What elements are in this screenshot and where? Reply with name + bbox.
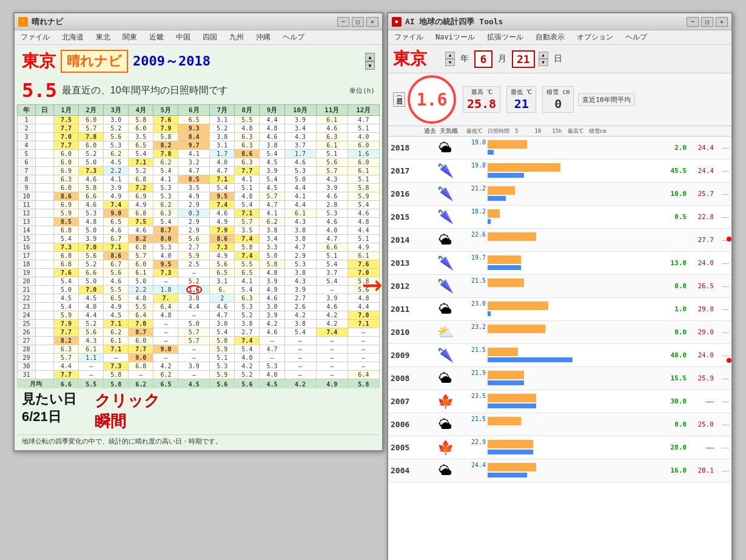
year-value[interactable]: 6 [474,50,492,68]
td-r4-c4: 7.8 [153,150,178,158]
td-r27-c11: — [348,345,379,354]
right-menu-options[interactable]: オプション [574,32,616,43]
td-r10-c5: 2.9 [178,201,210,209]
chart-year-2018: 2018 [391,143,424,152]
td-day-8: 8 [18,175,36,184]
td-r19-c8: 3.9 [260,277,284,286]
chart-weather-col-header: 過去 天気概 [424,127,466,135]
td-r25-c9: 5.4 [284,328,316,337]
chart-row-2012[interactable]: 2012🌂21.50.026.5—— [388,275,731,298]
day-month-value[interactable]: 21 [512,50,535,68]
td-r26-c2: 6.1 [104,337,129,345]
td-r4-c3: 5.4 [129,150,153,158]
right-menu-ext[interactable]: 拡張ツール [485,32,526,43]
left-menu-shikoku[interactable]: 四国 [200,32,220,43]
chart-row-2018[interactable]: 2018🌥19.02.024.4—— [388,137,731,160]
td-r18-c2: 5.6 [104,269,129,277]
td-r21-c3: 4.8 [129,294,153,303]
chart-row-2016[interactable]: 2016🌂21.210.025.7—— [388,183,731,206]
chart-row-2008[interactable]: 2008🌥21.915.525.9—— [388,367,731,390]
chart-row-2017[interactable]: 2017🌂19.845.524.4—— [388,160,731,183]
td-r7-c4: 4.1 [153,175,178,184]
td-r25-c10: 7.4 [316,328,348,337]
chart-row-2015[interactable]: 2015🌂18.20.522.8—— [388,206,731,229]
right-menu-file[interactable]: ファイル [392,32,426,43]
chart-row-2007[interactable]: 2007🍁23.530.0———— [388,390,731,413]
right-menu-auto[interactable]: 自動表示 [533,32,567,43]
chart-row-2005[interactable]: 2005🍁22.928.0———— [388,436,731,459]
year-spin-arrows[interactable]: ▲ ▼ [445,52,455,66]
td-r17-c9: 5.3 [284,260,316,269]
max-temp-val-2013: 24.0 [687,259,714,267]
min-temp-2012: 21.5 [466,277,486,284]
transition-arrow: → [362,267,382,300]
red-dot-2 [727,358,731,363]
year-up-btn[interactable]: ▲ [445,52,455,59]
left-header-row: 東京 晴れナビ 2009～2018 ▲ ▼ [17,47,380,75]
td-r19-c0: 5.4 [54,277,79,286]
sunshine-val-2011: 1.0 [659,305,687,313]
td-r23-c7: 5.2 [235,311,260,320]
td-r20-c8: 4.9 [260,286,284,294]
left-menu-kyushu[interactable]: 九州 [227,32,246,43]
td-r3-c4: 8.2 [153,141,178,150]
chart-row-2006[interactable]: 2006🌥21.50.025.0—— [388,413,731,436]
td-r28-c3: 9.0 [129,354,153,362]
right-menu-navi[interactable]: Naviツール [433,32,477,43]
left-menu-file[interactable]: ファイル [18,32,52,43]
td-r25-c3: 8.7 [129,328,153,337]
left-menu-kinki[interactable]: 近畿 [147,32,166,43]
day-down-btn[interactable]: ▼ [539,59,548,66]
left-menu-kanto[interactable]: 関東 [120,32,139,43]
td-r21-c9: 2.7 [284,294,316,303]
left-scroll-up[interactable]: ▲ [365,53,375,61]
td-day-7: 7 [18,167,36,175]
left-menu-help[interactable]: ヘルプ [280,32,307,43]
left-maximize-btn[interactable]: □ [352,17,364,27]
bar-orange-2012 [488,278,524,287]
td-r15-c10: 6.6 [316,243,348,252]
left-menu-tohoku[interactable]: 東北 [93,32,113,43]
day-up-btn[interactable]: ▲ [539,52,548,59]
left-scroll-down[interactable]: ▼ [365,61,375,70]
left-minimize-btn[interactable]: ─ [337,17,349,27]
td-r13-c10: 4.0 [316,226,348,235]
max-temp-val-2014: 27.7 [687,236,714,244]
chart-row-2013[interactable]: 2013🌂19.713.024.0—— [388,252,731,275]
td-r14-c8: 3.4 [260,235,284,243]
chart-row-2004[interactable]: 2004🌥24.416.028.1—— [388,459,731,482]
left-menu-chugoku[interactable]: 中国 [173,32,193,43]
chart-row-2010[interactable]: 2010⛅23.20.029.0—— [388,321,731,344]
td-r27-c7: 5.4 [235,345,260,354]
td-r30-c4: 6.2 [153,371,178,379]
min-temp-2005: 22.9 [466,439,486,445]
year-down-btn[interactable]: ▼ [445,59,455,66]
chart-row-2009[interactable]: 2009🌂21.548.024.0—— [388,344,731,367]
bar-blue-2018 [488,150,494,155]
td-r28-c5: — [178,354,210,362]
chart-row-2011[interactable]: 2011🌥23.01.029.8—— [388,298,731,321]
right-close-btn[interactable]: × [716,17,728,27]
td-r1-c11: 5.1 [348,124,379,133]
td-r13-c8: 3.8 [260,226,284,235]
td-r16-c11: 6.1 [348,252,379,260]
right-menu-help[interactable]: ヘルプ [623,32,650,43]
td-r14-c10: 4.7 [316,235,348,243]
td-r21-c6: 2 [210,294,235,303]
right-minimize-btn[interactable]: ─ [687,17,699,27]
td-r5-c5: 3.2 [178,158,210,167]
th-apr: 4月 [129,105,153,116]
td-day-13: 13 [18,218,36,226]
weather-icon-2010: ⛅ [424,325,466,340]
td-r9-c8: 5.7 [260,192,284,201]
day-spin-arrows[interactable]: ▲ ▼ [539,52,548,66]
th-sep: 9月 [260,105,284,116]
left-menu-okinawa[interactable]: 沖縄 [254,32,273,43]
td-r2-c7: 6.3 [235,133,260,141]
left-menu-hokkaido[interactable]: 北海道 [59,32,86,43]
left-scroll-arrows[interactable]: ▲ ▼ [365,53,375,70]
td-day-9: 9 [18,184,36,192]
left-close-btn[interactable]: × [366,17,378,27]
chart-row-2014[interactable]: 2014🌥22.627.7—— [388,229,731,252]
right-maximize-btn[interactable]: □ [701,17,713,27]
